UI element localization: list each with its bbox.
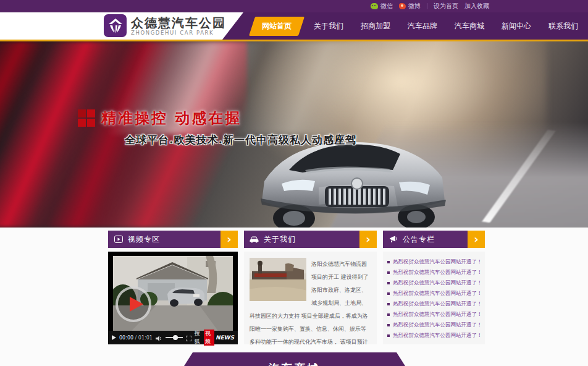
- notice-item[interactable]: 热烈祝贺众德慧汽车公园网站开通了！: [387, 330, 481, 341]
- notice-panel-header: 公告专栏 ›: [383, 231, 485, 248]
- video-panel-title: 视频专区: [128, 234, 160, 245]
- logo-subtitle: ZHONGDEHUI CAR PARK: [131, 30, 226, 36]
- add-favorite-link[interactable]: 加入收藏: [464, 2, 489, 11]
- wechat-icon: [371, 3, 378, 9]
- notice-text: 热烈祝贺众德慧汽车公园网站开通了！: [393, 258, 481, 266]
- bullet-icon: [387, 313, 390, 316]
- notice-text: 热烈祝贺众德慧汽车公园网站开通了！: [393, 290, 481, 297]
- notice-text: 热烈祝贺众德慧汽车公园网站开通了！: [393, 332, 481, 339]
- big-play-button[interactable]: [116, 286, 151, 322]
- nav-item-about[interactable]: 关于我们: [305, 17, 352, 36]
- play-button[interactable]: [112, 335, 116, 340]
- bullet-icon: [387, 271, 390, 274]
- video-badge: 视频: [204, 330, 214, 346]
- about-panel-title: 关于我们: [264, 234, 296, 245]
- nav-item-join[interactable]: 招商加盟: [352, 17, 399, 36]
- video-controls: 00:00 / 01:01 搜狐 视频 NEWS: [108, 331, 238, 344]
- bullet-icon: [387, 292, 390, 295]
- bullet-icon: [387, 334, 390, 337]
- nav-item-home-label: 网站首页: [262, 21, 292, 32]
- notice-text: 热烈祝贺众德慧汽车公园网站开通了！: [393, 269, 481, 276]
- nav-item-contact[interactable]: 联系我们: [540, 17, 587, 36]
- megaphone-icon: [388, 236, 398, 243]
- bullet-icon: [387, 261, 390, 263]
- about-body: 洛阳众德慧汽车物流园项目的开工 建设得到了洛阳市政府、洛龙区、城乡规划局、土地局…: [244, 252, 377, 344]
- notice-list: 热烈祝贺众德慧汽车公园网站开通了！ 热烈祝贺众德慧汽车公园网站开通了！ 热烈祝贺…: [383, 252, 485, 344]
- weibo-label: 微博: [408, 2, 421, 11]
- weibo-link[interactable]: 微博: [399, 2, 421, 11]
- topbar: 微信 微博 设为首页 加入收藏: [0, 0, 588, 12]
- footer-section-banner: 汽车商城: [184, 352, 405, 366]
- video-icon: [114, 236, 123, 243]
- nav-item-mall[interactable]: 汽车商城: [446, 17, 493, 36]
- red-grid-icon: [78, 109, 95, 127]
- logo-text: 众德慧汽车公园 ZHONGDEHUI CAR PARK: [131, 16, 226, 36]
- notice-item[interactable]: 热烈祝贺众德慧汽车公园网站开通了！: [387, 278, 481, 288]
- notice-item[interactable]: 热烈祝贺众德慧汽车公园网站开通了！: [387, 309, 481, 320]
- video-player[interactable]: 00:00 / 01:01 搜狐 视频 NEWS: [108, 252, 238, 344]
- weibo-icon: [399, 3, 406, 9]
- set-home-label: 设为首页: [434, 2, 458, 11]
- video-brand: 搜狐 视频 NEWS: [195, 330, 234, 346]
- notice-text: 热烈祝贺众德慧汽车公园网站开通了！: [393, 279, 481, 287]
- topbar-links: 微信 微博 设为首页 加入收藏: [371, 0, 489, 12]
- bullet-icon: [387, 303, 390, 305]
- nav-list: 网站首页 关于我们 招商加盟 汽车品牌 汽车商城 新闻中心 联系我们: [222, 17, 587, 36]
- nav-item-home[interactable]: 网站首页: [249, 17, 304, 36]
- car-icon: [250, 236, 259, 243]
- slogan-sub: 全球平台.欧美技术.新一代中高级私人动感座驾: [125, 133, 356, 147]
- notice-panel-more-button[interactable]: ›: [468, 231, 485, 248]
- notice-item[interactable]: 热烈祝贺众德慧汽车公园网站开通了！: [387, 257, 481, 267]
- nav-item-brands[interactable]: 汽车品牌: [399, 17, 446, 36]
- notice-item[interactable]: 热烈祝贺众德慧汽车公园网站开通了！: [387, 288, 481, 299]
- video-panel-header: 视频专区 ›: [108, 231, 238, 248]
- nav-item-news[interactable]: 新闻中心: [493, 17, 540, 36]
- notice-panel-title: 公告专栏: [403, 234, 435, 245]
- news-label: NEWS: [216, 334, 234, 341]
- add-favorite-label: 加入收藏: [464, 2, 489, 11]
- notice-item[interactable]: 热烈祝贺众德慧汽车公园网站开通了！: [387, 267, 481, 278]
- header: 众德慧汽车公园 ZHONGDEHUI CAR PARK 网站首页 关于我们 招商…: [0, 12, 588, 40]
- topbar-divider: [427, 3, 427, 9]
- bullet-icon: [387, 282, 390, 284]
- notice-text: 热烈祝贺众德慧汽车公园网站开通了！: [393, 300, 481, 308]
- logo[interactable]: 众德慧汽车公园 ZHONGDEHUI CAR PARK: [104, 14, 226, 37]
- about-thumbnail: [250, 258, 306, 301]
- video-panel: 视频专区 ›: [108, 231, 238, 344]
- logo-title: 众德慧汽车公园: [131, 16, 226, 30]
- bullet-icon: [387, 324, 390, 326]
- video-time: 00:00 / 01:01: [119, 335, 153, 341]
- hero-banner[interactable]: 精准操控 动感在握 全球平台.欧美技术.新一代中高级私人动感座驾: [0, 41, 588, 228]
- main-nav: 网站首页 关于我们 招商加盟 汽车品牌 汽车商城 新闻中心 联系我们: [222, 12, 588, 40]
- video-panel-more-button[interactable]: ›: [220, 231, 238, 248]
- notice-panel: 公告专栏 › 热烈祝贺众德慧汽车公园网站开通了！ 热烈祝贺众德慧汽车公园网站开通…: [383, 231, 485, 344]
- logo-icon: [104, 14, 127, 37]
- set-home-link[interactable]: 设为首页: [434, 2, 458, 11]
- notice-text: 热烈祝贺众德慧汽车公园网站开通了！: [393, 321, 481, 329]
- fullscreen-icon[interactable]: [186, 332, 191, 344]
- about-panel-header: 关于我们 ›: [244, 231, 377, 248]
- content-section: 视频专区 ›: [0, 228, 588, 366]
- footer-section-title: 汽车商城: [269, 361, 321, 366]
- notice-item[interactable]: 热烈祝贺众德慧汽车公园网站开通了！: [387, 320, 481, 330]
- page: 微信 微博 设为首页 加入收藏: [0, 0, 588, 366]
- hero-slogan: 精准操控 动感在握 全球平台.欧美技术.新一代中高级私人动感座驾: [78, 108, 356, 147]
- about-panel-more-button[interactable]: ›: [359, 231, 377, 248]
- sohu-label: 搜狐: [195, 330, 203, 346]
- notice-item[interactable]: 热烈祝贺众德慧汽车公园网站开通了！: [387, 299, 481, 309]
- wechat-link[interactable]: 微信: [371, 2, 393, 11]
- about-panel: 关于我们 › 洛阳众德慧汽车物流园项目的开工 建设得到了洛阳市政府、洛龙区、城乡…: [244, 231, 377, 344]
- slogan-main: 精准操控 动感在握: [101, 108, 242, 128]
- volume-slider[interactable]: [166, 337, 183, 338]
- notice-text: 热烈祝贺众德慧汽车公园网站开通了！: [393, 311, 481, 318]
- wechat-label: 微信: [380, 2, 393, 11]
- volume-icon[interactable]: [156, 332, 162, 344]
